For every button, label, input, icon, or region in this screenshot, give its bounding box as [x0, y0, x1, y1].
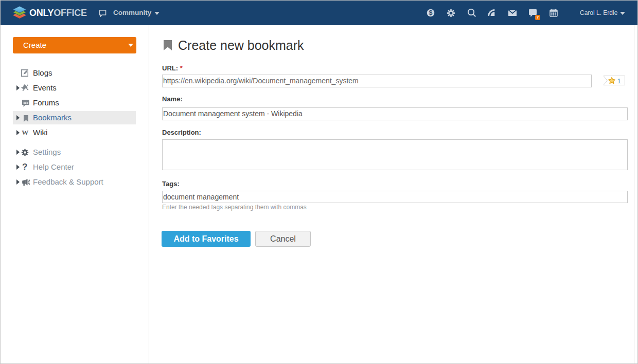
svg-text:1: 1 [617, 78, 621, 85]
svg-text:$: $ [429, 9, 433, 16]
